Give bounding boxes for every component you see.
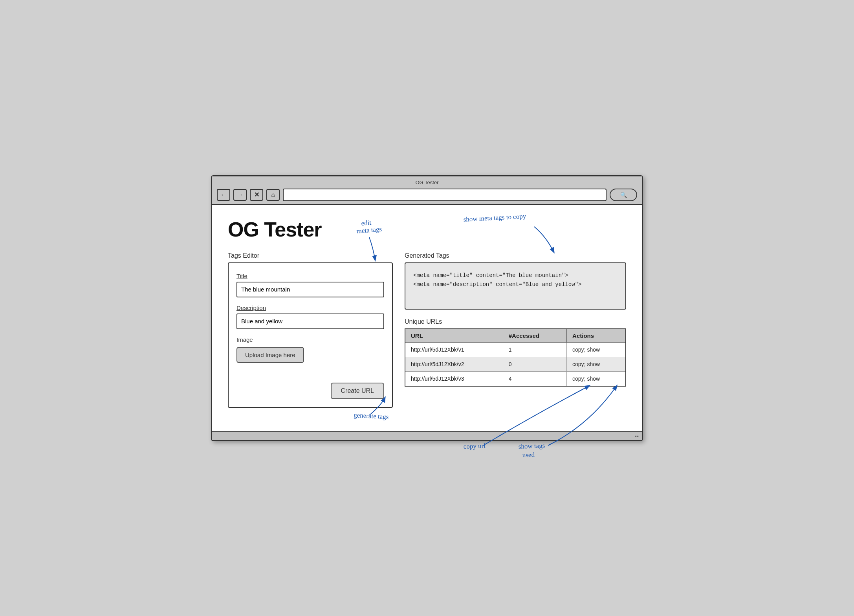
page-content: edit meta tags show meta tags to copy ge…	[212, 205, 642, 431]
url-cell: http://url/5dJ12Xbk/v1	[405, 342, 503, 357]
close-button[interactable]: ✕	[250, 189, 263, 201]
annotation-generate: generate tags	[354, 411, 389, 421]
browser-title: OG Tester	[217, 180, 637, 185]
unique-urls-label: Unique URLs	[405, 318, 626, 325]
accessed-cell: 1	[503, 342, 566, 357]
search-icon: 🔍	[620, 192, 627, 198]
create-url-button[interactable]: Create URL	[331, 383, 384, 399]
table-row: http://url/5dJ12Xbk/v34copy; show	[405, 371, 626, 386]
urls-table-header-row: URL #Accessed Actions	[405, 329, 626, 343]
actions-cell: copy; show	[567, 342, 626, 357]
browser-window: OG Tester ← → ✕ ⌂ 🔍 edit meta tags show …	[211, 175, 643, 441]
accessed-cell: 0	[503, 357, 566, 371]
actions-cell: copy; show	[567, 357, 626, 371]
upload-image-button[interactable]: Upload Image here	[236, 347, 304, 363]
copy-link[interactable]: copy	[572, 346, 584, 353]
col-actions: Actions	[567, 329, 626, 343]
urls-table: URL #Accessed Actions http://url/5dJ12Xb…	[405, 328, 626, 387]
image-field-group: Image Upload Image here	[236, 336, 384, 363]
image-label: Image	[236, 336, 384, 343]
show-link[interactable]: show	[587, 346, 600, 353]
actions-cell: copy; show	[567, 371, 626, 386]
annotation-show-tags: show tags	[518, 442, 545, 450]
address-bar[interactable]	[283, 189, 607, 201]
title-field-group: Title	[236, 273, 384, 297]
description-input[interactable]	[236, 314, 384, 329]
home-button[interactable]: ⌂	[266, 189, 280, 201]
show-link[interactable]: show	[587, 361, 600, 367]
browser-chrome: OG Tester ← → ✕ ⌂ 🔍	[212, 176, 642, 205]
copy-link[interactable]: copy	[572, 376, 584, 382]
col-accessed: #Accessed	[503, 329, 566, 343]
browser-controls: ← → ✕ ⌂ 🔍	[217, 189, 637, 201]
right-panel: Generated Tags <meta name="title" conten…	[405, 252, 626, 387]
title-input[interactable]	[236, 282, 384, 297]
tags-editor-label: Tags Editor	[228, 252, 393, 259]
annotation-used: used	[522, 451, 535, 458]
urls-table-body: http://url/5dJ12Xbk/v11copy; showhttp://…	[405, 342, 626, 386]
main-layout: Tags Editor Title Description Image Uplo…	[228, 252, 626, 408]
show-link[interactable]: show	[587, 376, 600, 382]
generated-tags-content: <meta name="title" content="The blue mou…	[413, 271, 618, 290]
copy-link[interactable]: copy	[572, 361, 584, 367]
create-url-row: Create URL	[236, 383, 384, 399]
accessed-cell: 4	[503, 371, 566, 386]
url-cell: http://url/5dJ12Xbk/v2	[405, 357, 503, 371]
table-row: http://url/5dJ12Xbk/v20copy; show	[405, 357, 626, 371]
description-field-group: Description	[236, 304, 384, 329]
browser-statusbar: ▪▪	[212, 431, 642, 440]
page-title: OG Tester	[228, 218, 626, 241]
urls-table-head: URL #Accessed Actions	[405, 329, 626, 343]
resize-handle-icon: ▪▪	[635, 433, 639, 439]
col-url: URL	[405, 329, 503, 343]
annotation-copy-url: copy url	[463, 442, 486, 450]
generated-tags-label: Generated Tags	[405, 252, 626, 259]
back-button[interactable]: ←	[217, 189, 230, 201]
search-button[interactable]: 🔍	[610, 189, 637, 201]
generated-tags-box: <meta name="title" content="The blue mou…	[405, 262, 626, 310]
title-label: Title	[236, 273, 384, 279]
url-cell: http://url/5dJ12Xbk/v3	[405, 371, 503, 386]
tags-editor-panel: Tags Editor Title Description Image Uplo…	[228, 252, 393, 408]
table-row: http://url/5dJ12Xbk/v11copy; show	[405, 342, 626, 357]
forward-button[interactable]: →	[233, 189, 247, 201]
description-label: Description	[236, 304, 384, 311]
tags-editor-box: Title Description Image Upload Image her…	[228, 262, 393, 408]
